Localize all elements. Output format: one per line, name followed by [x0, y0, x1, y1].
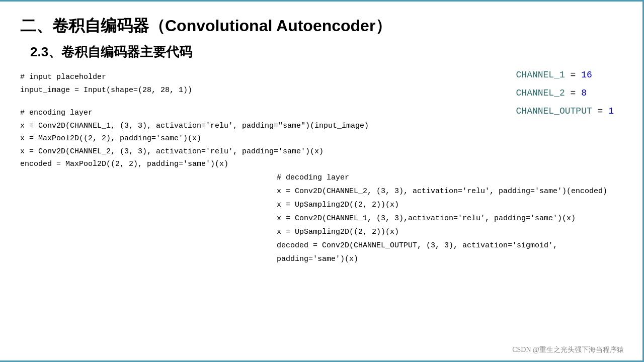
watermark: CSDN @重生之光头强下海当程序猿 [512, 345, 624, 354]
channel-out-name: CHANNEL_OUTPUT [516, 106, 592, 116]
line-dec2: x = UpSampling2D((2, 2))(x) [277, 198, 624, 212]
page-container: 二、卷积自编码器（Convolutional Autoencoder） 2.3、… [0, 0, 644, 362]
constants-section: CHANNEL_1 = 16 CHANNEL_2 = 8 CHANNEL_OUT… [516, 66, 614, 120]
const-channel2: CHANNEL_2 = 8 [516, 84, 614, 102]
const-channel-out: CHANNEL_OUTPUT = 1 [516, 102, 614, 120]
line-dec6: padding='same')(x) [277, 252, 624, 266]
line-dec4: x = UpSampling2D((2, 2))(x) [277, 225, 624, 239]
line-enc3: x = Conv2D(CHANNEL_2, (3, 3), activation… [20, 145, 624, 158]
content-area: # input placeholder input_image = Input(… [20, 71, 624, 266]
main-title: 二、卷积自编码器（Convolutional Autoencoder） [20, 15, 624, 37]
line-enc2: x = MaxPool2D((2, 2), padding='same')(x) [20, 132, 624, 145]
decoding-block: # decoding layer x = Conv2D(CHANNEL_2, (… [277, 171, 624, 266]
line-enc1: x = Conv2D(CHANNEL_1, (3, 3), activation… [20, 120, 624, 133]
channel-out-eq: = [592, 106, 608, 116]
const-channel1: CHANNEL_1 = 16 [516, 66, 614, 84]
channel2-name: CHANNEL_2 [516, 88, 565, 98]
comment-decoding: # decoding layer [277, 171, 624, 185]
channel1-val: 16 [581, 70, 592, 80]
line-dec3: x = Conv2D(CHANNEL_1, (3, 3),activation=… [277, 212, 624, 225]
channel-out-val: 1 [608, 106, 614, 116]
channel1-eq: = [565, 70, 581, 80]
sub-title: 2.3、卷积自编码器主要代码 [30, 43, 624, 61]
channel2-val: 8 [581, 88, 587, 98]
border-top [0, 0, 644, 2]
channel2-eq: = [565, 88, 581, 98]
line-dec5: decoded = Conv2D(CHANNEL_OUTPUT, (3, 3),… [277, 239, 624, 252]
channel1-name: CHANNEL_1 [516, 70, 565, 80]
line-dec1: x = Conv2D(CHANNEL_2, (3, 3), activation… [277, 185, 624, 198]
line-enc4: encoded = MaxPool2D((2, 2), padding='sam… [20, 158, 624, 171]
